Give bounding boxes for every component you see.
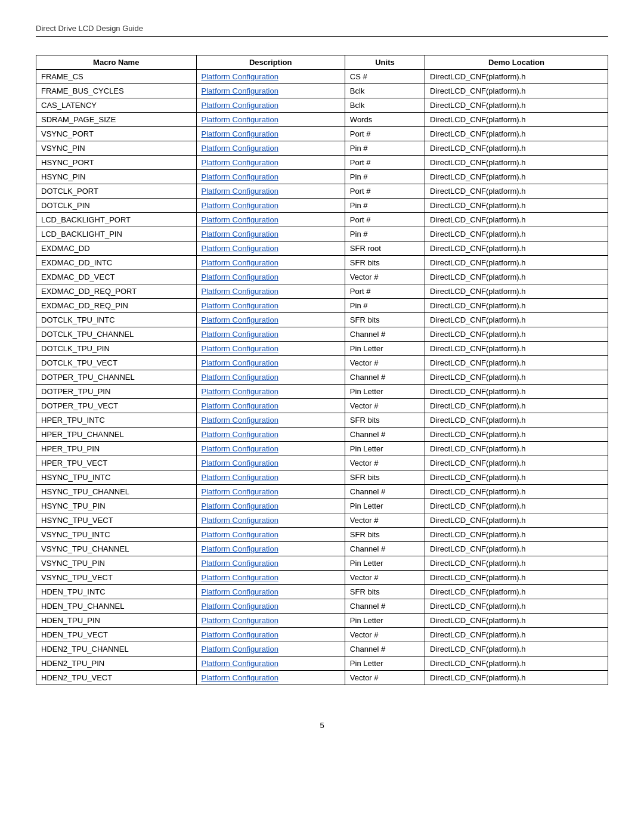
description-link[interactable]: Platform Configuration (202, 459, 278, 467)
cell-description[interactable]: Platform Configuration (196, 270, 345, 284)
description-link[interactable]: Platform Configuration (202, 444, 278, 453)
description-link[interactable]: Platform Configuration (202, 201, 278, 210)
cell-description[interactable]: Platform Configuration (196, 327, 345, 342)
description-link[interactable]: Platform Configuration (202, 315, 278, 324)
cell-description[interactable]: Platform Configuration (196, 399, 345, 413)
description-link[interactable]: Platform Configuration (202, 344, 278, 353)
cell-description[interactable]: Platform Configuration (196, 614, 345, 628)
cell-description[interactable]: Platform Configuration (196, 556, 345, 571)
cell-description[interactable]: Platform Configuration (196, 241, 345, 256)
description-link[interactable]: Platform Configuration (202, 301, 278, 310)
cell-description[interactable]: Platform Configuration (196, 528, 345, 542)
cell-units: Pin Letter (345, 614, 425, 628)
cell-macro: HSYNC_TPU_INTC (36, 470, 197, 485)
cell-description[interactable]: Platform Configuration (196, 184, 345, 199)
cell-description[interactable]: Platform Configuration (196, 342, 345, 356)
cell-description[interactable]: Platform Configuration (196, 98, 345, 113)
description-link[interactable]: Platform Configuration (202, 72, 278, 81)
description-link[interactable]: Platform Configuration (202, 401, 278, 410)
cell-description[interactable]: Platform Configuration (196, 256, 345, 270)
cell-demo: DirectLCD_CNF(platform).h (425, 456, 608, 470)
cell-description[interactable]: Platform Configuration (196, 170, 345, 184)
cell-units: CS # (345, 70, 425, 84)
cell-description[interactable]: Platform Configuration (196, 227, 345, 241)
description-link[interactable]: Platform Configuration (202, 101, 278, 110)
cell-description[interactable]: Platform Configuration (196, 499, 345, 513)
description-link[interactable]: Platform Configuration (202, 215, 278, 224)
cell-description[interactable]: Platform Configuration (196, 356, 345, 370)
cell-description[interactable]: Platform Configuration (196, 156, 345, 170)
cell-description[interactable]: Platform Configuration (196, 470, 345, 485)
cell-description[interactable]: Platform Configuration (196, 213, 345, 227)
cell-description[interactable]: Platform Configuration (196, 671, 345, 685)
description-link[interactable]: Platform Configuration (202, 187, 278, 196)
cell-description[interactable]: Platform Configuration (196, 513, 345, 528)
description-link[interactable]: Platform Configuration (202, 516, 278, 525)
cell-description[interactable]: Platform Configuration (196, 141, 345, 156)
cell-description[interactable]: Platform Configuration (196, 485, 345, 499)
description-link[interactable]: Platform Configuration (202, 659, 278, 668)
table-row: EXDMAC_DD_REQ_PORTPlatform Configuration… (36, 284, 608, 299)
description-link[interactable]: Platform Configuration (202, 430, 278, 439)
description-link[interactable]: Platform Configuration (202, 230, 278, 239)
description-link[interactable]: Platform Configuration (202, 129, 278, 138)
table-row: EXDMAC_DD_VECTPlatform ConfigurationVect… (36, 270, 608, 284)
cell-demo: DirectLCD_CNF(platform).h (425, 599, 608, 614)
cell-description[interactable]: Platform Configuration (196, 657, 345, 671)
cell-description[interactable]: Platform Configuration (196, 571, 345, 585)
description-link[interactable]: Platform Configuration (202, 673, 278, 682)
cell-description[interactable]: Platform Configuration (196, 199, 345, 213)
description-link[interactable]: Platform Configuration (202, 630, 278, 639)
description-link[interactable]: Platform Configuration (202, 373, 278, 382)
cell-macro: HSYNC_PORT (36, 156, 197, 170)
cell-description[interactable]: Platform Configuration (196, 313, 345, 327)
cell-description[interactable]: Platform Configuration (196, 599, 345, 614)
cell-description[interactable]: Platform Configuration (196, 585, 345, 599)
description-link[interactable]: Platform Configuration (202, 287, 278, 296)
cell-description[interactable]: Platform Configuration (196, 84, 345, 98)
cell-description[interactable]: Platform Configuration (196, 413, 345, 428)
description-link[interactable]: Platform Configuration (202, 172, 278, 181)
cell-description[interactable]: Platform Configuration (196, 127, 345, 141)
cell-description[interactable]: Platform Configuration (196, 456, 345, 470)
description-link[interactable]: Platform Configuration (202, 530, 278, 539)
cell-description[interactable]: Platform Configuration (196, 428, 345, 442)
cell-description[interactable]: Platform Configuration (196, 385, 345, 399)
description-link[interactable]: Platform Configuration (202, 330, 278, 339)
description-link[interactable]: Platform Configuration (202, 501, 278, 510)
cell-description[interactable]: Platform Configuration (196, 628, 345, 642)
cell-macro: HDEN_TPU_VECT (36, 628, 197, 642)
cell-units: Vector # (345, 356, 425, 370)
description-link[interactable]: Platform Configuration (202, 487, 278, 496)
cell-macro: EXDMAC_DD (36, 241, 197, 256)
description-link[interactable]: Platform Configuration (202, 144, 278, 153)
description-link[interactable]: Platform Configuration (202, 573, 278, 582)
cell-demo: DirectLCD_CNF(platform).h (425, 542, 608, 556)
description-link[interactable]: Platform Configuration (202, 602, 278, 611)
cell-description[interactable]: Platform Configuration (196, 284, 345, 299)
cell-description[interactable]: Platform Configuration (196, 542, 345, 556)
description-link[interactable]: Platform Configuration (202, 645, 278, 654)
description-link[interactable]: Platform Configuration (202, 544, 278, 553)
cell-description[interactable]: Platform Configuration (196, 299, 345, 313)
description-link[interactable]: Platform Configuration (202, 559, 278, 568)
cell-description[interactable]: Platform Configuration (196, 442, 345, 456)
description-link[interactable]: Platform Configuration (202, 244, 278, 253)
description-link[interactable]: Platform Configuration (202, 86, 278, 95)
description-link[interactable]: Platform Configuration (202, 416, 278, 425)
cell-description[interactable]: Platform Configuration (196, 70, 345, 84)
cell-macro: HSYNC_TPU_PIN (36, 499, 197, 513)
description-link[interactable]: Platform Configuration (202, 158, 278, 167)
cell-description[interactable]: Platform Configuration (196, 113, 345, 127)
description-link[interactable]: Platform Configuration (202, 115, 278, 124)
description-link[interactable]: Platform Configuration (202, 272, 278, 281)
description-link[interactable]: Platform Configuration (202, 258, 278, 267)
description-link[interactable]: Platform Configuration (202, 616, 278, 625)
cell-description[interactable]: Platform Configuration (196, 370, 345, 385)
description-link[interactable]: Platform Configuration (202, 473, 278, 482)
cell-macro: VSYNC_TPU_CHANNEL (36, 542, 197, 556)
description-link[interactable]: Platform Configuration (202, 358, 278, 367)
cell-description[interactable]: Platform Configuration (196, 642, 345, 657)
description-link[interactable]: Platform Configuration (202, 587, 278, 596)
description-link[interactable]: Platform Configuration (202, 387, 278, 396)
